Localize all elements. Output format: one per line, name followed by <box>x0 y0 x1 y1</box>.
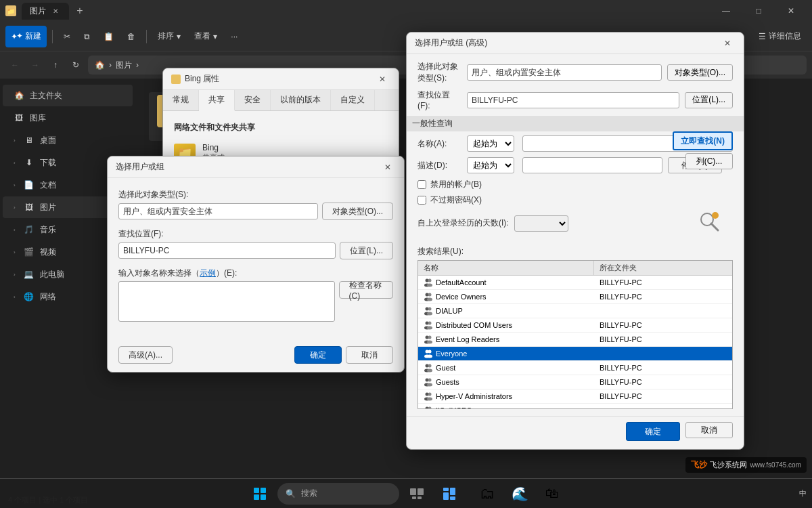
sidebar-item-home[interactable]: 🏠 主文件夹 <box>3 85 133 106</box>
sidebar-item-gallery[interactable]: 🖼 图库 <box>3 107 133 129</box>
taskview-btn[interactable] <box>402 480 432 507</box>
widgets-btn[interactable] <box>434 480 464 507</box>
select-user-cancel-btn[interactable]: 取消 <box>346 346 393 364</box>
taskbar-right: 中 <box>799 488 807 499</box>
group-icon <box>424 349 433 358</box>
adv-desc-select[interactable]: 起始为 <box>467 157 514 173</box>
minimize-btn[interactable]: — <box>710 0 742 22</box>
no-expire-row: 不过期密码(X) <box>407 194 744 206</box>
svg-rect-52 <box>261 488 266 493</box>
new-tab-btn[interactable]: + <box>70 1 89 20</box>
table-row[interactable]: Guests BILLYFU-PC <box>418 375 732 389</box>
paste-button[interactable]: 📋 <box>98 26 119 47</box>
table-row[interactable]: Everyone <box>418 347 732 361</box>
taskbar-search[interactable]: 🔍 搜索 <box>277 483 399 505</box>
days-select[interactable] <box>514 215 568 232</box>
cut-button[interactable]: ✂ <box>58 26 76 47</box>
result-name-cell: DIALUP <box>418 304 594 318</box>
select-user-ok-btn[interactable]: 确定 <box>294 346 342 364</box>
adv-desc-input[interactable] <box>522 157 662 173</box>
name-entry-textarea[interactable] <box>118 281 335 322</box>
result-location-cell: BILLYFU-PC <box>594 362 732 374</box>
svg-point-12 <box>428 308 432 311</box>
up-btn[interactable]: ↑ <box>46 56 65 75</box>
svg-rect-57 <box>412 496 416 499</box>
sidebar-item-desktop[interactable]: › 🖥 桌面 <box>3 129 133 151</box>
bing-dialog-title-bar: Bing 属性 ✕ <box>163 68 399 90</box>
maximize-btn[interactable]: □ <box>743 0 774 22</box>
tab-security[interactable]: 安全 <box>235 90 271 110</box>
col-header-location: 所在文件夹 <box>594 261 732 275</box>
result-name-cell: Device Owners <box>418 290 594 303</box>
search-now-btn[interactable]: 立即查找(N) <box>673 131 733 150</box>
svg-point-26 <box>427 355 432 358</box>
bing-dialog-close[interactable]: ✕ <box>374 71 390 87</box>
tab-share[interactable]: 共享 <box>199 90 235 111</box>
advanced-cancel-btn[interactable]: 取消 <box>685 422 733 438</box>
svg-point-24 <box>428 350 432 354</box>
advanced-btn[interactable]: 高级(A)... <box>118 346 173 364</box>
disabled-accounts-checkbox[interactable] <box>418 180 426 189</box>
table-row[interactable]: Hyper-V Administrators BILLYFU-PC <box>418 389 732 404</box>
more-button[interactable]: ··· <box>225 26 243 47</box>
table-row[interactable]: Distributed COM Users BILLYFU-PC <box>418 318 732 333</box>
tab-previous-versions[interactable]: 以前的版本 <box>271 90 331 110</box>
picture-icon: 🖼 <box>24 202 35 213</box>
location-input-row: BILLYFU-PC 位置(L)... <box>118 242 393 259</box>
group-icon <box>424 306 433 316</box>
results-table[interactable]: 名称 所在文件夹 DefaultAccount BILLYFU-PC <box>418 260 733 409</box>
svg-rect-61 <box>450 488 455 495</box>
table-row[interactable]: Guest BILLYFU-PC <box>418 361 732 375</box>
check-name-btn[interactable]: 检查名称(C) <box>339 281 393 299</box>
new-button[interactable]: ✦ ✦ 新建 <box>5 26 47 47</box>
advanced-title-bar: 选择用户或组 (高级) ✕ <box>407 33 744 54</box>
document-icon: 📄 <box>24 179 35 190</box>
bing-dialog-icon <box>171 75 181 84</box>
adv-location-btn[interactable]: 位置(L)... <box>685 92 733 108</box>
example-link[interactable]: 示例 <box>200 268 216 278</box>
home-icon: 🏠 <box>14 90 24 101</box>
explorer-taskbar-btn[interactable]: 🗂 <box>472 480 502 507</box>
adv-desc-label: 描述(D): <box>418 160 461 171</box>
svg-point-18 <box>427 326 432 330</box>
adv-location-label: 查找位置(F): <box>418 89 461 110</box>
active-tab[interactable]: 图片 ✕ <box>22 3 69 20</box>
tab-customize[interactable]: 自定义 <box>331 90 375 110</box>
advanced-ok-btn[interactable]: 确定 <box>626 422 680 441</box>
table-row[interactable]: IIS_IUSRS <box>418 404 732 409</box>
object-type-btn[interactable]: 对象类型(O)... <box>322 203 393 220</box>
svg-point-36 <box>428 393 432 396</box>
close-btn[interactable]: ✕ <box>775 0 807 22</box>
no-expire-checkbox[interactable] <box>418 196 426 205</box>
svg-point-10 <box>427 298 432 301</box>
group-icon <box>424 335 433 344</box>
svg-point-2 <box>712 212 719 219</box>
watermark: 飞沙 飞沙系统网 www.fs0745.com <box>685 457 807 473</box>
sort-button[interactable]: 排序 ▾ <box>152 26 186 47</box>
table-row[interactable]: Device Owners BILLYFU-PC <box>418 290 732 304</box>
details-button[interactable]: ☰ 详细信息 <box>753 26 807 47</box>
select-user-close-btn[interactable]: ✕ <box>380 159 396 175</box>
adv-name-select[interactable]: 起始为 <box>467 135 514 152</box>
table-row[interactable]: DIALUP <box>418 304 732 318</box>
refresh-btn[interactable]: ↻ <box>66 56 85 75</box>
advanced-close-btn[interactable]: ✕ <box>719 35 736 51</box>
copy-button[interactable]: ⧉ <box>78 26 95 47</box>
tab-close-btn[interactable]: ✕ <box>50 5 61 16</box>
location-btn[interactable]: 位置(L)... <box>340 242 393 259</box>
path-label: 图片 <box>116 60 132 71</box>
toolbar-sep2 <box>146 30 147 43</box>
svg-point-4 <box>428 279 432 282</box>
start-btn[interactable] <box>245 480 275 507</box>
table-row[interactable]: DefaultAccount BILLYFU-PC <box>418 276 732 290</box>
edge-btn[interactable]: 🌊 <box>505 480 535 507</box>
view-button[interactable]: 查看 ▾ <box>189 26 223 47</box>
adv-object-type-btn[interactable]: 对象类型(O)... <box>667 64 733 81</box>
location-value: BILLYFU-PC <box>118 242 336 259</box>
tab-general[interactable]: 常规 <box>163 90 199 110</box>
delete-button[interactable]: 🗑 <box>122 26 141 47</box>
list-btn[interactable]: 列(C)... <box>685 153 733 169</box>
no-expire-label: 不过期密码(X) <box>430 194 482 206</box>
store-btn[interactable]: 🛍 <box>537 480 567 507</box>
table-row[interactable]: Event Log Readers BILLYFU-PC <box>418 333 732 347</box>
